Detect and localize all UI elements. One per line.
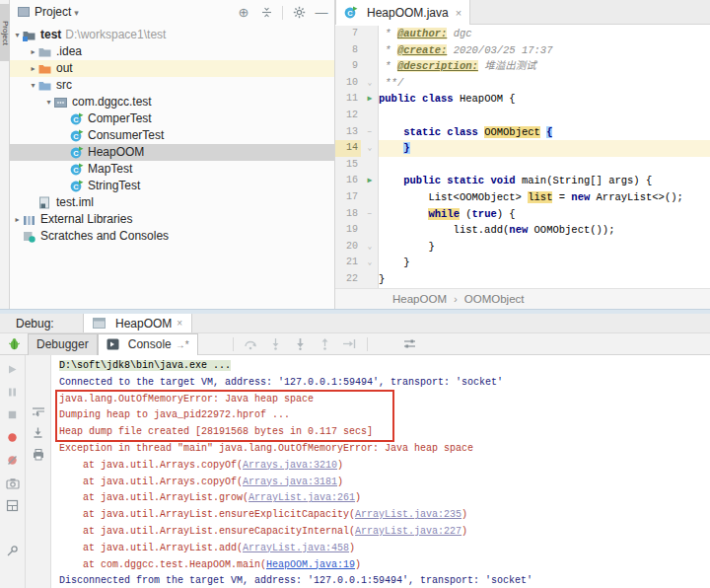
code-line[interactable]: 10⌄ **/	[335, 75, 710, 92]
code-line[interactable]: 15	[335, 157, 710, 174]
tree-item-out[interactable]: ▸out	[10, 60, 334, 77]
tree-item-test-iml[interactable]: test.iml	[10, 194, 334, 211]
step-over-icon[interactable]	[244, 336, 258, 351]
up-stack-icon[interactable]	[31, 360, 46, 375]
pause-icon[interactable]	[5, 385, 21, 400]
code-line[interactable]: 17 List<OOMObject> list = new ArrayList<…	[335, 189, 710, 206]
editor-tab-heapoom[interactable]: C HeapOOM.java ×	[335, 0, 470, 25]
settings-gear-icon[interactable]	[5, 521, 21, 536]
stack-trace-link[interactable]: Arrays.java:3181	[243, 477, 337, 487]
console-output[interactable]: D:\soft\jdk8\bin\java.exe ...Connected t…	[51, 355, 710, 588]
fold-marker-icon[interactable]: ⌄	[361, 255, 379, 271]
locate-icon[interactable]: ⊕	[237, 6, 250, 20]
code-line[interactable]: 12	[335, 108, 710, 124]
fold-marker-icon[interactable]: ⌄	[361, 75, 379, 92]
tree-item-consumertest[interactable]: CConsumerTest	[10, 127, 334, 144]
code-line[interactable]: 14⌄ }	[335, 140, 710, 157]
breadcrumb[interactable]: HeapOOM›OOMObject	[335, 288, 710, 309]
project-stripe-tab[interactable]: Project	[0, 4, 10, 61]
tree-item-external-libraries[interactable]: ▸External Libraries	[10, 211, 334, 228]
clear-all-icon[interactable]	[31, 469, 46, 483]
fold-marker-icon[interactable]: −	[361, 124, 379, 141]
fold-marker-icon[interactable]: ⌄	[361, 140, 379, 157]
debug-session-tab[interactable]: HeapOOM ×	[83, 314, 192, 332]
stack-trace-link[interactable]: HeapOOM.java:19	[266, 559, 355, 570]
tree-item-scratches-and-consoles[interactable]: Scratches and Consoles	[10, 228, 334, 245]
stack-trace-link[interactable]: ArrayList.java:235	[355, 509, 462, 520]
tree-item-maptest[interactable]: CMapTest	[10, 161, 334, 178]
view-breakpoints-icon[interactable]	[5, 430, 21, 445]
chevron-right-icon[interactable]: ▸	[12, 211, 23, 228]
stack-trace-link[interactable]: ArrayList.java:261	[248, 492, 355, 503]
stack-trace-link[interactable]: ArrayList.java:227	[355, 526, 462, 537]
code-line[interactable]: 20⌄ }	[335, 239, 710, 256]
gear-icon[interactable]	[292, 6, 306, 20]
chevron-down-icon[interactable]: ▾	[43, 94, 54, 110]
chevron-down-icon[interactable]: ▾	[12, 27, 23, 43]
tree-item--idea[interactable]: ▸.idea	[10, 43, 334, 60]
trace-settings-icon[interactable]	[402, 336, 417, 351]
restore-layout-icon[interactable]	[5, 498, 21, 513]
run-to-cursor-icon[interactable]	[342, 336, 357, 351]
chevron-down-icon[interactable]: ▾	[74, 8, 79, 18]
collapse-all-icon[interactable]	[259, 6, 273, 20]
code-area[interactable]: 7 * @author: dgc8 * @create: 2020/03/25 …	[335, 26, 710, 288]
tree-item-src[interactable]: ▾src	[10, 77, 334, 94]
print-icon[interactable]	[31, 447, 46, 462]
chevron-right-icon[interactable]: ▸	[28, 43, 38, 60]
console-line: at java.util.ArrayList.ensureCapacityInt…	[59, 524, 710, 541]
code-line[interactable]: 16▶ public static void main(String[] arg…	[335, 173, 710, 189]
minus-icon[interactable]: —	[315, 6, 328, 20]
code-line[interactable]: 9 * @description: 堆溢出测试	[335, 58, 710, 75]
step-into-icon[interactable]	[268, 336, 283, 351]
code-line[interactable]: 18− while (true) {	[335, 206, 710, 223]
stack-trace-link[interactable]: ArrayList.java:458	[243, 543, 349, 553]
breadcrumb-item[interactable]: HeapOOM	[392, 293, 447, 305]
console-text: at java.util.ArrayList.ensureCapacityInt…	[59, 526, 355, 537]
close-icon[interactable]: ×	[177, 318, 182, 329]
close-icon[interactable]: ×	[456, 7, 462, 19]
gutter-spacer	[361, 157, 379, 174]
code-line[interactable]: 22}	[335, 271, 710, 288]
run-gutter-icon[interactable]: ▶	[361, 91, 379, 108]
code-line[interactable]: 8 * @create: 2020/03/25 17:37	[335, 42, 710, 59]
debug-panel: Debug: HeapOOM × Debugger Console →* D:\…	[0, 314, 710, 588]
scroll-to-end-icon[interactable]	[31, 425, 46, 440]
thread-dump-icon[interactable]	[5, 476, 21, 490]
breadcrumb-item[interactable]: OOMObject	[464, 293, 525, 305]
code-line[interactable]: 19 list.add(new OOMObject());	[335, 222, 710, 239]
tree-item-test[interactable]: ▾test D:\workspace1\test	[10, 27, 334, 43]
soft-wrap-icon[interactable]	[31, 404, 46, 418]
tree-item-stringtest[interactable]: CStringTest	[10, 178, 334, 194]
mute-breakpoints-icon[interactable]	[5, 453, 21, 468]
tree-item-com-dggcc-test[interactable]: ▾com.dggcc.test	[10, 94, 334, 110]
tab-debugger[interactable]: Debugger	[28, 333, 98, 355]
tree-item-compertest[interactable]: CComperTest	[10, 110, 334, 127]
step-out-icon[interactable]	[318, 336, 332, 351]
stack-trace-link[interactable]: Arrays.java:3210	[243, 460, 337, 471]
run-gutter-icon[interactable]: ▶	[361, 173, 379, 189]
fold-marker-icon[interactable]: −	[361, 206, 379, 223]
code-line[interactable]: 13− static class OOMObject {	[335, 124, 710, 141]
code-line[interactable]: 21⌄ }	[335, 255, 710, 271]
force-step-into-icon[interactable]	[293, 336, 308, 351]
pin-icon[interactable]	[5, 544, 21, 558]
chevron-down-icon[interactable]: ▾	[28, 77, 38, 94]
code-line[interactable]: 7 * @author: dgc	[335, 26, 710, 42]
down-stack-icon[interactable]	[31, 382, 46, 397]
chevron-right-icon[interactable]: ▸	[28, 60, 38, 77]
hamburger-menu-icon[interactable]	[208, 336, 223, 351]
app-window-icon	[93, 317, 107, 330]
project-title[interactable]: Project	[35, 5, 71, 19]
fold-marker-icon[interactable]: ⌄	[361, 239, 379, 256]
tab-console[interactable]: Console →*	[98, 333, 198, 355]
code-text: public class HeapOOM {	[379, 91, 710, 108]
debug-step-toolbar	[208, 336, 417, 351]
evaluate-expression-icon[interactable]	[378, 336, 392, 351]
project-tree[interactable]: ▾test D:\workspace1\test▸.idea▸out▾src▾c…	[10, 27, 334, 245]
code-line[interactable]: 11▶public class HeapOOM {	[335, 91, 710, 108]
stop-icon[interactable]	[5, 407, 21, 422]
session-tab-label: HeapOOM	[115, 317, 172, 331]
resume-icon[interactable]	[5, 362, 21, 377]
tree-item-heapoom[interactable]: CHeapOOM	[10, 144, 334, 161]
